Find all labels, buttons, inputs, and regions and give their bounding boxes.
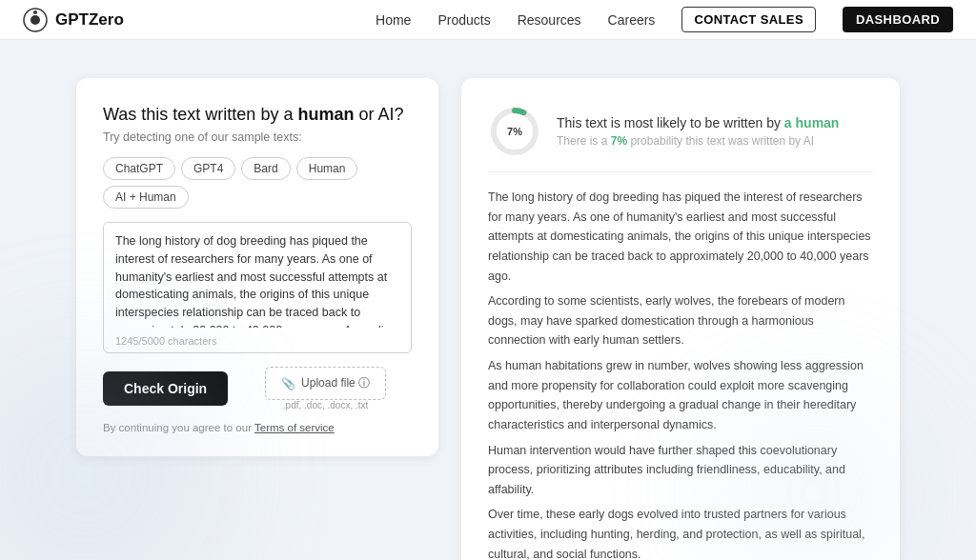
result-pct: 7%	[611, 134, 627, 148]
svg-point-2	[33, 10, 37, 14]
card-title-prefix: Was this text written by a	[103, 105, 297, 124]
svg-point-1	[30, 15, 40, 25]
logo[interactable]: GPTZero	[23, 8, 124, 32]
result-sub-text: There is a 7% probability this text was …	[557, 134, 839, 148]
upload-label: Upload file ⓘ	[301, 375, 370, 391]
terms-link[interactable]: Terms of service	[254, 422, 335, 433]
nav-products[interactable]: Products	[437, 12, 490, 28]
result-body: The long history of dog breeding has piq…	[488, 188, 873, 560]
card-actions: Check Origin 📎 Upload file ⓘ .pdf, .doc,…	[103, 367, 412, 410]
logo-icon	[23, 8, 48, 32]
result-main-text: This text is most likely to be written b…	[557, 115, 839, 130]
card-subtitle: Try detecting one of our sample texts:	[103, 130, 412, 144]
contact-sales-button[interactable]: CONTACT SALES	[681, 7, 816, 32]
result-human-label: a human	[784, 115, 840, 130]
card-title-bold: human	[297, 105, 354, 124]
dashboard-button[interactable]: DASHBOARD	[843, 7, 953, 32]
text-area-wrapper: The long history of dog breeding has piq…	[103, 222, 412, 353]
chip-ai-human[interactable]: AI + Human	[103, 186, 189, 209]
text-input[interactable]: The long history of dog breeding has piq…	[104, 223, 411, 328]
chip-bard[interactable]: Bard	[241, 157, 290, 180]
check-origin-button[interactable]: Check Origin	[103, 371, 228, 406]
donut-label: 7%	[507, 126, 522, 137]
upload-wrapper: 📎 Upload file ⓘ .pdf, .doc, .docx, .txt	[239, 367, 412, 410]
input-card: Was this text written by a human or AI? …	[76, 78, 438, 456]
upload-sub: .pdf, .doc, .docx, .txt	[283, 400, 369, 410]
upload-button[interactable]: 📎 Upload file ⓘ	[265, 367, 386, 400]
navbar: GPTZero Home Products Resources Careers …	[0, 0, 976, 40]
result-header: 7% This text is most likely to be writte…	[488, 105, 873, 172]
main-content: Was this text written by a human or AI? …	[0, 40, 976, 560]
char-count: 1245/5000 characters	[104, 331, 411, 352]
chip-human[interactable]: Human	[296, 157, 358, 180]
chip-chatgpt[interactable]: ChatGPT	[103, 157, 175, 180]
result-card: 7% This text is most likely to be writte…	[461, 78, 900, 560]
chip-gpt4[interactable]: GPT4	[181, 157, 235, 180]
logo-text: GPTZero	[55, 10, 124, 30]
donut-chart: 7%	[488, 105, 541, 158]
terms-text: By continuing you agree to our Terms of …	[103, 422, 412, 433]
upload-icon: 📎	[281, 377, 295, 390]
nav-links: Home Products Resources Careers CONTACT …	[376, 7, 953, 32]
result-prefix: This text is most likely to be written b…	[557, 115, 784, 130]
sample-chips: ChatGPT GPT4 Bard Human AI + Human	[103, 157, 412, 209]
nav-careers[interactable]: Careers	[608, 12, 656, 28]
card-title-suffix: or AI?	[354, 105, 403, 124]
result-text-block: This text is most likely to be written b…	[557, 115, 839, 148]
card-title: Was this text written by a human or AI?	[103, 105, 412, 125]
nav-resources[interactable]: Resources	[518, 12, 581, 28]
nav-home[interactable]: Home	[376, 12, 411, 28]
